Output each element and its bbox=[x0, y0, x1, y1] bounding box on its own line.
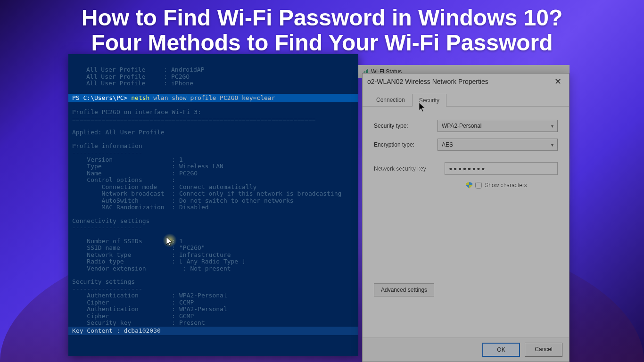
encryption-type-row: Encryption type: AES ▾ bbox=[374, 139, 558, 151]
dialog-title: o2-WLAN02 Wireless Network Properties bbox=[367, 78, 488, 85]
wireless-properties-dialog: o2-WLAN02 Wireless Network Properties ✕ … bbox=[362, 73, 570, 362]
cursor-highlight bbox=[163, 233, 177, 247]
ps-output-line: Network type : Infrastructure bbox=[68, 252, 358, 259]
ps-output-line: SSID name : "PC2GO" bbox=[68, 245, 358, 252]
show-characters-row[interactable]: Show characters bbox=[459, 180, 534, 191]
ps-output-line: Authentication : WPA2-Personal bbox=[68, 292, 358, 299]
shield-icon bbox=[466, 182, 472, 189]
tutorial-title: How to Find Wi-Fi Password in Windows 10… bbox=[0, 6, 644, 56]
tab-bar: Connection Security bbox=[363, 93, 569, 107]
chevron-down-icon: ▾ bbox=[551, 142, 553, 148]
ps-output-line: Radio type : [ Any Radio Type ] bbox=[68, 258, 358, 265]
ps-output-line: ========================================… bbox=[68, 116, 358, 123]
ps-output-line: Authentication : WPA2-Personal bbox=[68, 306, 358, 313]
ps-output-line: Control options : bbox=[68, 177, 358, 184]
ps-output-line: Profile PC2GO on interface Wi-Fi 3: bbox=[68, 109, 358, 116]
ps-output-line: Number of SSIDs : 1 bbox=[68, 238, 358, 245]
ps-command: netsh bbox=[131, 94, 149, 101]
advanced-settings-button[interactable]: Advanced settings bbox=[374, 283, 434, 296]
ps-output-line: Security key : Present bbox=[68, 320, 358, 327]
ps-output-line: Applied: All User Profile bbox=[68, 129, 358, 136]
ps-output-line: AutoSwitch : Do not switch to other netw… bbox=[68, 197, 358, 205]
ps-output-line: Type : Wireless LAN bbox=[68, 163, 358, 170]
title-line-1: How to Find Wi-Fi Password in Windows 10… bbox=[0, 6, 644, 31]
ps-output-line: MAC Randomization : Disabled bbox=[68, 204, 358, 211]
ps-output-line: ------------------- bbox=[68, 149, 358, 156]
security-type-select[interactable]: WPA2-Personal ▾ bbox=[438, 120, 558, 132]
show-characters-checkbox[interactable] bbox=[475, 182, 482, 189]
security-type-label: Security type: bbox=[374, 123, 438, 129]
tab-security[interactable]: Security bbox=[412, 94, 446, 107]
show-characters-label: Show characters bbox=[485, 182, 527, 189]
powershell-window[interactable]: All User Profile : AndroidAP All User Pr… bbox=[68, 54, 358, 356]
ps-output-line: Name : PC2GO bbox=[68, 170, 358, 177]
ps-output-line: ------------------- bbox=[68, 286, 358, 293]
ps-output-line: Connection mode : Connect automatically bbox=[68, 184, 358, 191]
ps-output-line: Cipher : GCMP bbox=[68, 313, 358, 320]
cancel-button[interactable]: Cancel bbox=[525, 343, 562, 357]
ps-section-header: Security settings bbox=[68, 279, 358, 286]
security-type-row: Security type: WPA2-Personal ▾ bbox=[374, 120, 558, 132]
network-key-input[interactable]: ●●●●●●●● bbox=[445, 162, 558, 175]
ps-prompt: PS C:\Users\PC> bbox=[72, 94, 127, 101]
chevron-down-icon: ▾ bbox=[551, 123, 553, 129]
ps-output-line: Vendor extension : Not present bbox=[68, 265, 358, 272]
security-type-value: WPA2-Personal bbox=[442, 123, 481, 129]
ps-key-content-line: Key Content : dcba102030 bbox=[68, 327, 358, 336]
encryption-type-label: Encryption type: bbox=[374, 141, 438, 148]
ps-output-line: Cipher : CCMP bbox=[68, 299, 358, 306]
ps-output-line: Network broadcast : Connect only if this… bbox=[68, 190, 358, 197]
ps-output-line: Version : 1 bbox=[68, 156, 358, 164]
encryption-type-value: AES bbox=[442, 141, 453, 148]
close-button[interactable]: ✕ bbox=[552, 76, 564, 87]
tab-connection[interactable]: Connection bbox=[369, 93, 412, 106]
ps-profile-line: All User Profile : AndroidAP bbox=[68, 66, 358, 74]
title-line-2: Four Methods to Find Your Wi-Fi Password bbox=[0, 31, 644, 56]
ok-button[interactable]: OK bbox=[482, 343, 520, 357]
ps-section-header: Connectivity settings bbox=[68, 218, 358, 225]
ps-profile-line: All User Profile : iPhone bbox=[68, 80, 358, 87]
network-key-highlight: Network security key ●●●●●●●● Show chara… bbox=[371, 157, 561, 197]
ps-output-line: ------------------- bbox=[68, 224, 358, 231]
ps-args: wlan show profile PC2GO key=clear bbox=[153, 94, 275, 101]
encryption-type-select[interactable]: AES ▾ bbox=[438, 139, 558, 151]
ps-section-header: Profile information bbox=[68, 143, 358, 150]
ps-profile-line: All User Profile : PC2GO bbox=[68, 74, 358, 81]
ps-command-line: PS C:\Users\PC> netsh wlan show profile … bbox=[68, 94, 358, 103]
network-key-label: Network security key bbox=[374, 165, 445, 172]
